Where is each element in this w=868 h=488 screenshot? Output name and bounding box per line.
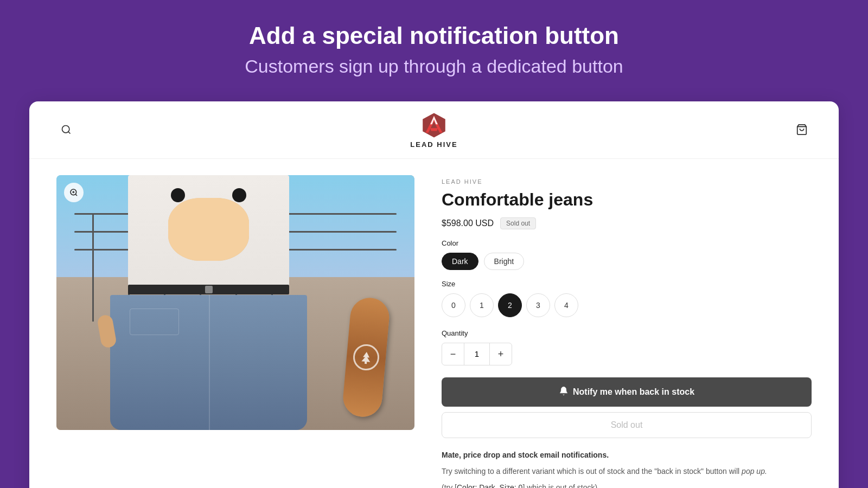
- info-body: Try switching to a different variant whi…: [442, 465, 812, 478]
- price-row: $598.00 USD Sold out: [442, 217, 812, 229]
- size-option-2[interactable]: 2: [498, 293, 522, 317]
- hero-section: Add a special notification button Custom…: [0, 0, 868, 101]
- product-image: [56, 175, 414, 430]
- variant-link[interactable]: Color: Dark, Size: 0: [457, 483, 522, 488]
- color-option-dark[interactable]: Dark: [442, 253, 478, 270]
- sold-out-button: Sold out: [442, 412, 812, 438]
- brand-name: LEAD HIVE: [410, 140, 457, 149]
- svg-line-1: [68, 132, 71, 134]
- hero-subtitle: Customers sign up through a dedicated bu…: [11, 56, 857, 77]
- quantity-decrease[interactable]: −: [442, 343, 464, 365]
- store-navbar: LEAD HIVE: [29, 101, 839, 159]
- quantity-value: 1: [464, 343, 490, 365]
- product-details: LEAD HIVE Comfortable jeans $598.00 USD …: [414, 175, 812, 488]
- sold-out-badge: Sold out: [500, 217, 536, 229]
- info-hint: (try [Color: Dark, Size: 0] which is out…: [442, 481, 812, 488]
- color-options: Dark Bright: [442, 253, 812, 270]
- cart-icon[interactable]: [792, 120, 812, 139]
- quantity-label: Quantity: [442, 329, 812, 337]
- svg-point-0: [62, 126, 69, 133]
- notify-button[interactable]: Notify me when back in stock: [442, 377, 812, 407]
- size-option-4[interactable]: 4: [554, 293, 578, 317]
- size-option-1[interactable]: 1: [470, 293, 494, 317]
- product-brand: LEAD HIVE: [442, 178, 812, 185]
- logo-image: [420, 111, 448, 139]
- color-option-bright[interactable]: Bright: [484, 253, 525, 270]
- svg-marker-4: [430, 128, 438, 131]
- store-logo[interactable]: LEAD HIVE: [410, 111, 457, 149]
- notify-button-label: Notify me when back in stock: [573, 387, 694, 397]
- size-options: 0 1 2 3 4: [442, 293, 812, 317]
- size-label: Size: [442, 280, 812, 288]
- zoom-button[interactable]: [64, 183, 84, 202]
- quantity-increase[interactable]: +: [490, 343, 512, 365]
- product-area: LEAD HIVE Comfortable jeans $598.00 USD …: [29, 159, 839, 488]
- bell-icon: [559, 386, 569, 398]
- hero-title: Add a special notification button: [11, 22, 857, 50]
- search-icon[interactable]: [56, 120, 76, 139]
- svg-rect-7: [365, 362, 367, 364]
- quantity-selector: − 1 +: [442, 343, 512, 365]
- svg-line-9: [75, 194, 77, 196]
- info-section: Mate, price drop and stock email notific…: [442, 449, 812, 488]
- size-option-3[interactable]: 3: [526, 293, 550, 317]
- color-label: Color: [442, 239, 812, 247]
- size-option-0[interactable]: 0: [442, 293, 465, 317]
- info-title: Mate, price drop and stock email notific…: [442, 449, 812, 462]
- product-title: Comfortable jeans: [442, 189, 812, 210]
- product-price: $598.00 USD: [442, 219, 494, 228]
- store-card: LEAD HIVE: [29, 101, 839, 488]
- product-image-wrap: [56, 175, 414, 488]
